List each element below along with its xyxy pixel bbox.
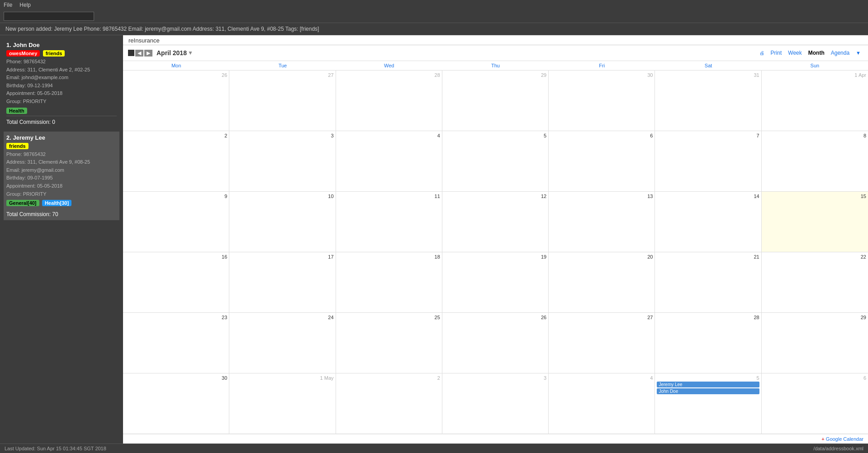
dow-fri: Fri — [549, 61, 655, 70]
dow-tue: Tue — [229, 61, 336, 70]
menu-file[interactable]: File — [4, 2, 12, 8]
calendar-prev-button[interactable]: ◀ — [135, 50, 143, 57]
day-28[interactable]: 28 — [655, 313, 761, 373]
day-17[interactable]: 17 — [229, 252, 336, 312]
commission-2: Total Commission: 70 — [6, 211, 117, 217]
view-agenda[interactable]: Agenda — [828, 49, 852, 57]
tag-friends-2: friends — [6, 143, 28, 149]
day-19[interactable]: 19 — [442, 252, 549, 312]
day-26-mar[interactable]: 26 — [123, 71, 229, 131]
commission-1: Total Commission: 0 — [6, 119, 117, 125]
person-card-1[interactable]: 1. John Doe owesMoney friends Phone: 987… — [4, 39, 119, 128]
google-calendar-label[interactable]: Google Calendar — [826, 436, 863, 442]
view-print-label[interactable]: Print — [768, 49, 785, 57]
footer: Last Updated: Sun Apr 15 01:34:45 SGT 20… — [0, 444, 868, 453]
sidebar: 1. John Doe owesMoney friends Phone: 987… — [0, 35, 123, 444]
week-4: 16 17 18 19 20 21 22 — [123, 252, 868, 313]
day-10[interactable]: 10 — [229, 192, 336, 252]
person-info-1: Phone: 98765432 Address: 311, Clementi A… — [6, 58, 117, 106]
print-icon[interactable]: 🖨 — [757, 49, 767, 57]
day-1-may[interactable]: 1 May — [229, 373, 336, 434]
dow-sun: Sun — [762, 61, 868, 70]
search-input[interactable] — [4, 12, 94, 21]
day-5-may[interactable]: 5 Jeremy Lee John Doe — [655, 373, 761, 434]
day-30-mar[interactable]: 30 — [549, 71, 655, 131]
day-9[interactable]: 9 — [123, 192, 229, 252]
day-3[interactable]: 3 — [229, 131, 336, 191]
status-message: New person added: Jeremy Lee Phone: 9876… — [5, 26, 319, 32]
menu-help[interactable]: Help — [19, 2, 31, 8]
person-name-2: 2. Jeremy Lee — [6, 134, 117, 141]
group-tag-health: Health — [6, 108, 27, 114]
birthday-1: Birthday: 09-12-1994 — [6, 82, 117, 90]
week-5: 23 24 25 26 27 28 29 — [123, 313, 868, 373]
dow-wed: Wed — [336, 61, 442, 70]
day-4[interactable]: 4 — [336, 131, 442, 191]
day-26[interactable]: 26 — [442, 313, 549, 373]
view-agenda-dropdown[interactable]: ▼ — [853, 49, 863, 57]
email-1: Email: johnd@example.com — [6, 74, 117, 82]
day-23[interactable]: 23 — [123, 313, 229, 373]
day-13[interactable]: 13 — [549, 192, 655, 252]
day-7[interactable]: 7 — [655, 131, 761, 191]
address-2: Address: 311, Clementi Ave 9, #08-25 — [6, 158, 117, 166]
day-20[interactable]: 20 — [549, 252, 655, 312]
week-2: 2 3 4 5 6 7 8 — [123, 131, 868, 192]
group-2: Group: PRIORITY — [6, 190, 117, 198]
day-30[interactable]: 30 — [123, 373, 229, 434]
main-content: 1. John Doe owesMoney friends Phone: 987… — [0, 35, 868, 444]
day-2-may[interactable]: 2 — [336, 373, 442, 434]
calendar-month-dropdown[interactable]: ▼ — [188, 50, 193, 56]
day-28-mar[interactable]: 28 — [336, 71, 442, 131]
event-jeremy-lee[interactable]: Jeremy Lee — [657, 382, 759, 387]
day-6[interactable]: 6 — [549, 131, 655, 191]
event-john-doe[interactable]: John Doe — [657, 388, 759, 394]
calendar-search-input[interactable] — [128, 36, 263, 45]
calendar-today-button[interactable] — [128, 50, 134, 56]
day-5[interactable]: 5 — [442, 131, 549, 191]
address-1: Address: 311, Clementi Ave 2, #02-25 — [6, 66, 117, 74]
calendar-next-button[interactable]: ▶ — [144, 50, 152, 57]
birthday-2: Birthday: 09-07-1995 — [6, 174, 117, 182]
day-16[interactable]: 16 — [123, 252, 229, 312]
day-25[interactable]: 25 — [336, 313, 442, 373]
day-15-today[interactable]: 15 — [762, 192, 868, 252]
person-card-2[interactable]: 2. Jeremy Lee friends Phone: 98765432 Ad… — [4, 132, 119, 221]
day-18[interactable]: 18 — [336, 252, 442, 312]
calendar: ◀ ▶ April 2018 ▼ 🖨 Print Week Month Agen… — [123, 35, 868, 444]
tag-friends-1: friends — [43, 50, 65, 57]
view-month[interactable]: Month — [806, 49, 827, 57]
day-29[interactable]: 29 — [762, 313, 868, 373]
day-1-apr[interactable]: 1 Apr — [762, 71, 868, 131]
day-8[interactable]: 8 — [762, 131, 868, 191]
menubar: File Help — [0, 0, 868, 10]
calendar-views: 🖨 Print Week Month Agenda ▼ — [757, 49, 863, 57]
day-2[interactable]: 2 — [123, 131, 229, 191]
dow-mon: Mon — [123, 61, 229, 70]
day-29-mar[interactable]: 29 — [442, 71, 549, 131]
day-27-mar[interactable]: 27 — [229, 71, 336, 131]
group-tag-general: General[40] — [6, 200, 39, 206]
person-info-2: Phone: 98765432 Address: 311, Clementi A… — [6, 151, 117, 198]
day-3-may[interactable]: 3 — [442, 373, 549, 434]
dow-thu: Thu — [442, 61, 549, 70]
day-6-may[interactable]: 6 — [762, 373, 868, 434]
day-11[interactable]: 11 — [336, 192, 442, 252]
footer-last-updated: Last Updated: Sun Apr 15 01:34:45 SGT 20… — [5, 446, 106, 451]
day-12[interactable]: 12 — [442, 192, 549, 252]
day-4-may[interactable]: 4 — [549, 373, 655, 434]
day-22[interactable]: 22 — [762, 252, 868, 312]
dow-sat: Sat — [655, 61, 761, 70]
day-24[interactable]: 24 — [229, 313, 336, 373]
day-27[interactable]: 27 — [549, 313, 655, 373]
day-14[interactable]: 14 — [655, 192, 761, 252]
google-plus-icon: + — [821, 436, 824, 442]
day-31-mar[interactable]: 31 — [655, 71, 761, 131]
divider-2 — [6, 208, 117, 208]
calendar-month-title: April 2018 — [157, 49, 187, 57]
view-week[interactable]: Week — [785, 49, 804, 57]
calendar-weeks: 26 27 28 29 30 31 1 Apr 2 3 4 5 6 7 8 — [123, 71, 868, 434]
person-name-1: 1. John Doe — [6, 42, 117, 48]
google-calendar-link[interactable]: + Google Calendar — [123, 434, 868, 444]
day-21[interactable]: 21 — [655, 252, 761, 312]
